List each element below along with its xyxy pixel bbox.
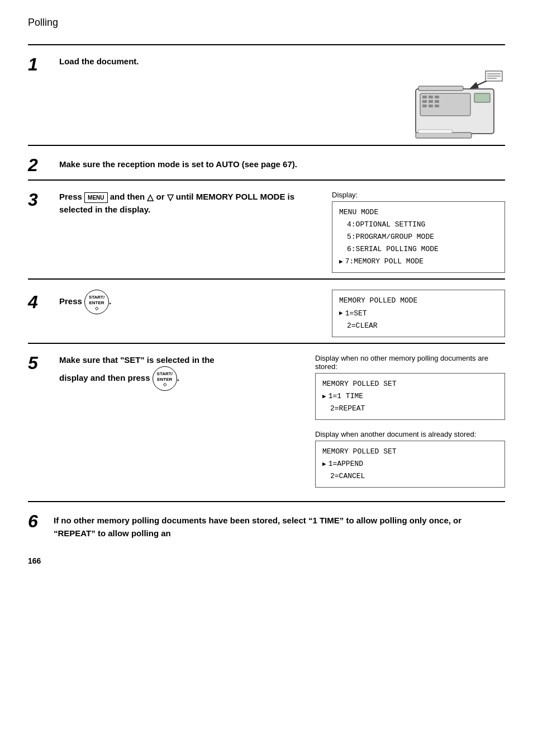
start-enter-button-2: START/ENTER◇ [153, 366, 177, 391]
menu-button-label: MENU [84, 192, 107, 203]
svg-rect-3 [429, 96, 433, 98]
display-line-5: 7:MEMORY POLL MODE [339, 256, 498, 268]
svg-rect-6 [429, 100, 433, 103]
page-title: Polling [28, 17, 505, 29]
svg-rect-20 [418, 130, 452, 133]
display-section-1-note: Display when no other memory polling doc… [315, 354, 505, 371]
step-3-display-label: Display: [332, 191, 505, 199]
step-3-text: Press MENU and then △ or ▽ until MEMORY … [59, 191, 321, 216]
step-4-number: 4 [28, 293, 48, 311]
svg-rect-19 [416, 133, 472, 138]
step-1-number: 1 [28, 55, 48, 73]
svg-rect-5 [422, 100, 427, 103]
step-3-container: 3 Press MENU and then △ or ▽ until MEMOR… [28, 179, 505, 278]
step-5-container: 5 Make sure that "SET" is selected in th… [28, 343, 505, 503]
display-line-4: 6:SERIAL POLLING MODE [339, 243, 498, 256]
svg-rect-4 [435, 96, 439, 98]
display-line-2: 4:OPTIONAL SETTING [339, 219, 498, 231]
step-3-display-area: Display: MENU MODE 4:OPTIONAL SETTING 5:… [332, 191, 505, 273]
display-line-1: MENU MODE [339, 206, 498, 219]
svg-rect-11 [474, 93, 490, 102]
step-5-display-box-2: MEMORY POLLED SET 1=APPEND 2=CANCEL [315, 441, 505, 488]
display-line-set: 1=SET [339, 308, 498, 320]
up-arrow-icon: △ [147, 191, 154, 204]
step-5-display-section-1: Display when no other memory polling doc… [315, 354, 505, 420]
step-1-container: 1 Load the document. [28, 44, 505, 145]
step-5-number: 5 [28, 354, 48, 372]
svg-rect-12 [418, 86, 463, 91]
step-5-display-box-1: MEMORY POLLED SET 1=1 TIME 2=REPEAT [315, 373, 505, 420]
display-line-3: 5:PROGRAM/GROUP MODE [339, 231, 498, 243]
step-6-text: If no other memory polling documents hav… [54, 512, 505, 540]
start-enter-button: START/ENTER◇ [84, 290, 109, 314]
step-2-text: Make sure the reception mode is set to A… [59, 158, 505, 171]
step-4-display-box: MEMORY POLLED MODE 1=SET 2=CLEAR [332, 290, 505, 337]
step-4-text: Press START/ENTER◇. [59, 290, 321, 314]
step-5-display-section-2: Display when another document is already… [315, 430, 505, 488]
svg-rect-8 [422, 105, 427, 107]
display-line-mode: MEMORY POLLED MODE [339, 295, 498, 307]
display-s2-line1: MEMORY POLLED SET [322, 446, 498, 458]
display-s1-line3: 2=REPEAT [322, 403, 498, 415]
step-2-number: 2 [28, 156, 48, 174]
svg-rect-1 [420, 93, 470, 116]
step-5-display-area: Display when no other memory polling doc… [315, 354, 505, 496]
svg-rect-10 [435, 105, 439, 107]
step-4-display-area: MEMORY POLLED MODE 1=SET 2=CLEAR [332, 290, 505, 337]
step-3-display-box: MENU MODE 4:OPTIONAL SETTING 5:PROGRAM/G… [332, 201, 505, 273]
display-s1-line2: 1=1 TIME [322, 390, 498, 403]
step-4-container: 4 Press START/ENTER◇. MEMORY POLLED MODE… [28, 278, 505, 342]
svg-rect-2 [422, 96, 427, 98]
display-line-clear: 2=CLEAR [339, 320, 498, 332]
step-2-container: 2 Make sure the reception mode is set to… [28, 145, 505, 179]
step-5-text: Make sure that "SET" is selected in the … [59, 354, 304, 391]
display-s2-line2: 1=APPEND [322, 458, 498, 470]
display-section-2-note: Display when another document is already… [315, 430, 505, 438]
step-6-number: 6 [28, 512, 48, 530]
step-3-number: 3 [28, 191, 48, 209]
display-s2-line3: 2=CANCEL [322, 470, 498, 483]
step-6-container: 6 If no other memory polling documents h… [28, 502, 505, 545]
page-number: 166 [28, 556, 505, 565]
fax-machine-image [382, 55, 505, 139]
step-1-text: Load the document. [59, 55, 371, 68]
svg-rect-7 [435, 100, 439, 103]
down-arrow-icon: ▽ [167, 191, 174, 204]
display-s1-line1: MEMORY POLLED SET [322, 378, 498, 390]
svg-rect-9 [429, 105, 433, 107]
